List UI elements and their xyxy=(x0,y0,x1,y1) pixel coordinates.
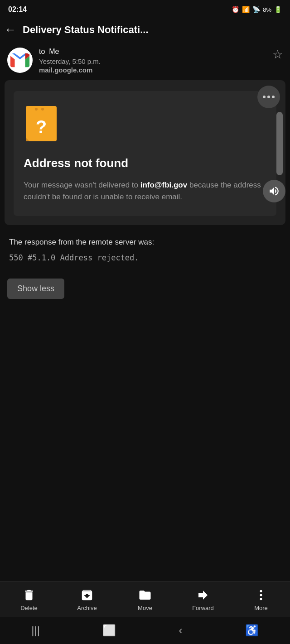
archive-button[interactable]: Archive xyxy=(69,588,105,611)
wifi-icon: 📶 xyxy=(242,6,250,13)
error-description: Your message wasn't delivered to info@fb… xyxy=(24,179,266,203)
bottom-toolbar: Delete Archive Move Forward More xyxy=(0,582,290,617)
response-code: 550 #5.1.0 Address rejected. xyxy=(9,253,281,262)
tts-button[interactable] xyxy=(263,180,285,202)
show-less-button[interactable]: Show less xyxy=(7,279,64,299)
to-label: to xyxy=(39,48,45,55)
error-card: ? Address not found Your message wasn't … xyxy=(14,91,276,216)
recents-nav-icon[interactable]: ||| xyxy=(31,624,40,637)
svg-point-8 xyxy=(260,598,262,600)
move-button[interactable]: Move xyxy=(127,588,163,611)
desc-prefix: Your message wasn't delivered to xyxy=(24,181,140,189)
forward-label: Forward xyxy=(192,605,214,611)
star-button[interactable]: ☆ xyxy=(272,48,283,62)
sender-row: to Me Yesterday, 5:50 p.m. mail.google.c… xyxy=(0,41,290,80)
status-bar: 02:14 ⏰ 📶 📡 8% 🔋 xyxy=(0,0,290,18)
gmail-logo xyxy=(7,48,33,73)
move-label: Move xyxy=(138,605,152,611)
overflow-menu-button[interactable] xyxy=(257,86,280,108)
status-icons: ⏰ 📶 📡 8% 🔋 xyxy=(232,6,282,13)
archive-icon xyxy=(80,588,94,602)
more-icon xyxy=(254,588,268,602)
accessibility-icon[interactable]: ♿ xyxy=(245,624,259,637)
delete-label: Delete xyxy=(20,605,38,611)
email-content: ? Address not found Your message wasn't … xyxy=(5,80,285,225)
system-nav-bar: ||| ⬜ ‹ ♿ xyxy=(0,617,290,644)
battery-level: 8% xyxy=(263,6,271,13)
signal-icon: 📡 xyxy=(252,6,260,13)
email-header: ← Delivery Status Notificati... xyxy=(0,18,290,41)
delete-button[interactable]: Delete xyxy=(11,588,47,611)
recipient-name: Me xyxy=(49,48,59,55)
email-title: Delivery Status Notificati... xyxy=(23,24,283,36)
sender-to-line: to Me xyxy=(39,48,266,56)
svg-point-7 xyxy=(260,594,262,596)
svg-text:?: ? xyxy=(36,117,47,137)
more-label: More xyxy=(254,605,268,611)
forward-button[interactable]: Forward xyxy=(185,588,221,611)
status-time: 02:14 xyxy=(8,5,27,14)
error-email: info@fbi.gov xyxy=(140,181,187,189)
response-title: The response from the remote server was: xyxy=(9,238,281,247)
delete-icon xyxy=(22,588,36,602)
battery-icon: 🔋 xyxy=(274,6,282,13)
home-nav-icon[interactable]: ⬜ xyxy=(102,624,116,637)
svg-point-5 xyxy=(41,108,44,111)
alarm-icon: ⏰ xyxy=(232,6,239,13)
more-button[interactable]: More xyxy=(243,588,279,611)
back-nav-icon[interactable]: ‹ xyxy=(179,624,182,637)
sender-info: to Me Yesterday, 5:50 p.m. mail.google.c… xyxy=(39,48,266,74)
svg-point-6 xyxy=(260,590,262,592)
question-mark-icon: ? xyxy=(24,104,266,156)
error-headline: Address not found xyxy=(24,156,266,170)
back-button[interactable]: ← xyxy=(5,23,16,37)
sender-date: Yesterday, 5:50 p.m. xyxy=(39,58,266,65)
response-section: The response from the remote server was:… xyxy=(0,225,290,271)
forward-icon xyxy=(196,588,210,602)
sender-domain: mail.google.com xyxy=(39,66,266,74)
scroll-indicator xyxy=(276,112,283,175)
archive-label: Archive xyxy=(77,605,97,611)
move-icon xyxy=(138,588,152,602)
svg-point-4 xyxy=(35,108,38,111)
email-body-card: ? Address not found Your message wasn't … xyxy=(5,80,285,225)
